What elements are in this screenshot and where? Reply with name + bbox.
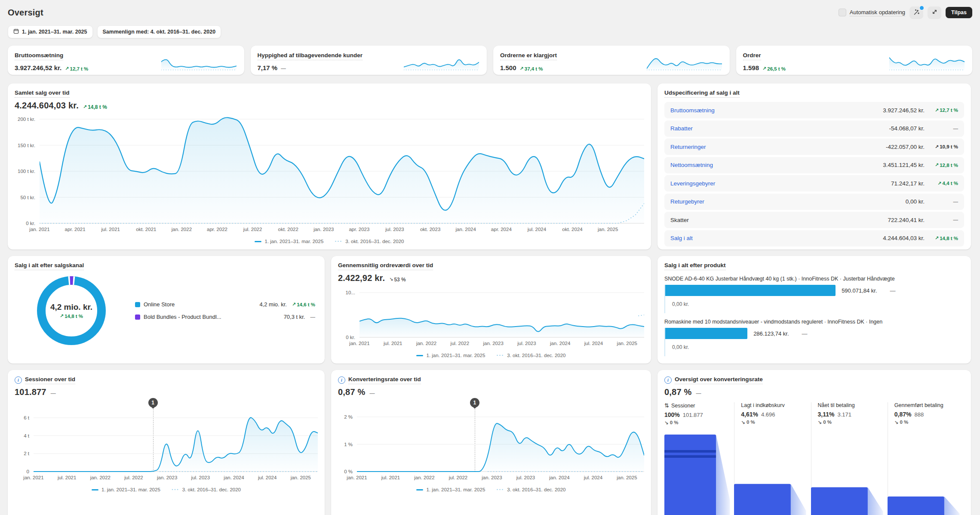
annotation-marker[interactable]: 1 — [148, 398, 158, 407]
expand-icon — [931, 9, 938, 16]
channel-donut-chart[interactable]: 4,2 mio. kr. ↗14,8 t % — [33, 272, 110, 349]
info-icon[interactable]: i — [338, 376, 345, 384]
total-sales-chart[interactable] — [40, 114, 644, 224]
sales-by-product-title: Salg i alt efter produkt — [664, 262, 726, 270]
auto-update-checkbox[interactable] — [839, 9, 846, 16]
chart-legend: 1. jan. 2021–31. mar. 2025 ···3. okt. 20… — [15, 239, 644, 244]
product-item: SNODE AD-6-40 KG Justerbar Håndvægt 40 k… — [664, 276, 964, 313]
kpi-card-orders-fulfilled[interactable]: Ordrerne er klargjort 1.500 ↗37,4 t % — [493, 46, 730, 75]
table-row[interactable]: Rabatter -54.068,07 kr. — — [664, 120, 964, 137]
row-label-link[interactable]: Bruttoomsætning — [670, 107, 883, 114]
funnel-stage-reached-checkout: Nået til betaling 3,11%3.171 ↘0 % — [811, 402, 888, 515]
total-sales-value: 4.244.604,03 kr. — [15, 101, 79, 111]
info-icon[interactable]: i — [15, 376, 22, 384]
row-label-link[interactable]: Nettoomsætning — [670, 162, 883, 168]
topbar: Oversigt Automatisk opdatering Tilpas — [8, 5, 972, 20]
chart-legend: 1. jan. 2021–31. mar. 2025 ···3. okt. 20… — [15, 487, 318, 492]
previous-period-swatch: ··· — [496, 488, 504, 491]
date-range-button[interactable]: 1. jan. 2021–31. mar. 2025 — [8, 25, 93, 38]
conversion-chart[interactable]: 1 — [357, 412, 644, 472]
chart-legend: 1. jan. 2021–31. mar. 2025 ···3. okt. 20… — [338, 353, 644, 358]
funnel-stages: ⇅Sessioner 100%101.877 ↘0 % Lagt i indkø… — [664, 402, 964, 515]
row-label-link[interactable]: Returneringer — [670, 144, 886, 150]
table-row[interactable]: Leveringsgebyrer 71.242,17 kr. ↗4,4 t % — [664, 175, 964, 191]
funnel-bar[interactable] — [811, 432, 888, 515]
date-range-label: 1. jan. 2021–31. mar. 2025 — [22, 29, 87, 35]
current-period-swatch — [416, 489, 423, 490]
kpi-sparkline — [161, 53, 237, 71]
row-label-link[interactable]: Leveringsgebyrer — [670, 180, 891, 187]
sessions-chart[interactable]: 1 — [34, 412, 318, 472]
sessions-title: Sessioner over tid — [25, 376, 75, 384]
funnel-bar[interactable] — [734, 432, 811, 515]
channel-legend-item[interactable]: Bold Bundles - Product Bundl... 70,3 t k… — [135, 314, 315, 320]
annotation-marker[interactable]: 1 — [470, 398, 479, 407]
kpi-sparkline — [889, 53, 965, 71]
conversion-delta: — — [369, 390, 375, 396]
row-value: 0,00 kr. — [906, 198, 925, 205]
table-row[interactable]: Nettoomsætning 3.451.121,45 kr. ↗12,8 t … — [664, 157, 964, 173]
sales-by-channel-card: Salg i alt efter salgskanal 4,2 mio. kr.… — [8, 256, 325, 364]
total-sales-card: Samlet salg over tid 4.244.604,03 kr. ↗1… — [8, 83, 651, 250]
total-sales-title: Samlet salg over tid — [15, 89, 70, 98]
row-label-link[interactable]: Salg i alt — [670, 235, 883, 241]
kpi-value: 7,17 % — [258, 64, 278, 71]
row-label-link[interactable]: Rabatter — [670, 125, 889, 132]
row-value: -422.057,00 kr. — [886, 144, 925, 150]
table-row[interactable]: Salg i alt 4.244.604,03 kr. ↗14,8 t % — [664, 230, 964, 247]
channel-legend-item[interactable]: Online Store 4,2 mio. kr. ↗14,6 t % — [135, 301, 315, 308]
table-row[interactable]: Bruttoomsætning 3.927.246,52 kr. ↗12,7 t… — [664, 102, 964, 118]
customize-button[interactable]: Tilpas — [946, 7, 972, 18]
funnel-bar[interactable] — [664, 433, 734, 515]
sales-breakdown-table: Bruttoomsætning 3.927.246,52 kr. ↗12,7 t… — [664, 102, 964, 247]
table-row[interactable]: Returneringer -422.057,00 kr. ↗10,9 t % — [664, 139, 964, 155]
funnel-value: 0,87 % — [664, 387, 691, 397]
row-delta: — — [925, 217, 958, 222]
row-label-link[interactable]: Returgebyrer — [670, 198, 906, 205]
kpi-row: Bruttoomsætning 3.927.246,52 kr. ↗12,7 t… — [8, 46, 972, 75]
dashboard-grid: Samlet salg over tid 4.244.604,03 kr. ↗1… — [8, 83, 972, 515]
row-delta: ↗12,7 t % — [925, 108, 958, 113]
previous-period-swatch: ··· — [496, 354, 504, 357]
row-delta: — — [925, 199, 958, 204]
funnel-bar[interactable] — [888, 432, 964, 515]
channel-swatch-online-store — [135, 302, 140, 307]
product-bar[interactable] — [665, 285, 836, 296]
average-order-value-card: Gennemsnitlig ordreværdi over tid 2.422,… — [331, 256, 651, 364]
kpi-sparkline — [647, 53, 722, 71]
compare-range-button[interactable]: Sammenlign med: 4. okt. 2016–31. dec. 20… — [97, 25, 221, 38]
kpi-card-orders[interactable]: Ordrer 1.598 ↗26,5 t % — [736, 46, 973, 75]
table-row[interactable]: Returgebyrer 0,00 kr. — — [664, 194, 964, 210]
product-label: SNODE AD-6-40 KG Justerbar Håndvægt 40 k… — [664, 276, 964, 282]
aov-x-axis: jan. 2021jul. 2021jan. 2022jul. 2022jan.… — [359, 341, 644, 347]
sessions-value: 101.877 — [15, 387, 46, 397]
product-compare-value: 0,00 kr. — [665, 339, 964, 356]
product-delta: — — [802, 330, 808, 337]
row-value: 3.451.121,45 kr. — [883, 162, 925, 168]
kpi-value: 1.598 — [743, 64, 759, 71]
info-icon[interactable]: i — [664, 376, 672, 384]
sessions-y-axis: 6 t4 t2 t0 — [15, 412, 34, 472]
product-value: 286.123,74 kr. — [753, 330, 789, 337]
donut-center-delta: ↗14,8 t % — [60, 313, 83, 319]
channel-value: 4,2 mio. kr. — [259, 301, 287, 308]
kpi-sparkline — [404, 53, 479, 71]
kpi-title: Hyppighed af tilbagevendende kunder — [258, 52, 363, 60]
sessions-icon: ⇅ — [664, 402, 669, 409]
current-period-swatch — [416, 355, 423, 356]
table-row[interactable]: Skatter 722.240,41 kr. — — [664, 212, 964, 228]
sessions-card: i Sessioner over tid 101.877 — 6 t4 t2 t… — [8, 370, 325, 515]
kpi-card-gross-sales[interactable]: Bruttoomsætning 3.927.246,52 kr. ↗12,7 t… — [8, 46, 244, 75]
auto-update-toggle[interactable]: Automatisk opdatering — [839, 9, 905, 16]
magic-button[interactable] — [909, 6, 923, 19]
conversion-title: Konverteringsrate over tid — [348, 376, 421, 384]
kpi-card-returning-customer-rate[interactable]: Hyppighed af tilbagevendende kunder 7,17… — [251, 46, 487, 75]
product-bar[interactable] — [665, 328, 747, 339]
expand-button[interactable] — [928, 6, 941, 19]
sales-breakdown-card: Udspecificering af salg i alt Bruttoomsæ… — [657, 83, 971, 250]
conversion-y-axis: 2 %1 %0 % — [338, 412, 357, 472]
aov-chart[interactable] — [359, 289, 644, 338]
channel-label: Bold Bundles - Product Bundl... — [144, 314, 280, 320]
sales-by-product-card: Salg i alt efter produkt SNODE AD-6-40 K… — [657, 256, 971, 364]
product-delta: — — [890, 287, 896, 294]
